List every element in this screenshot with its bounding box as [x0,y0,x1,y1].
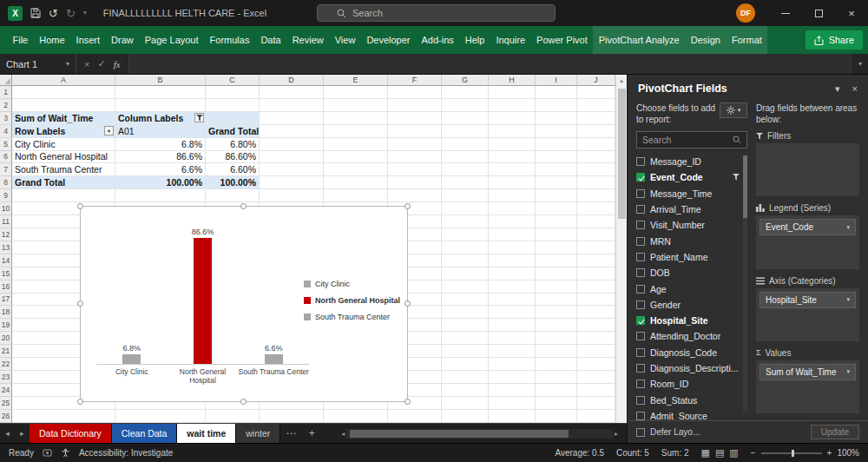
field-checkbox[interactable] [636,380,645,388]
cell-e5[interactable] [324,138,388,151]
cell-g21[interactable] [442,345,489,358]
cell-d5[interactable] [260,138,324,151]
values-drop-area[interactable]: Sum of Wait_Time▾ [756,360,859,413]
sheet-tab-data-dictionary[interactable]: Data Dictionary [30,424,112,443]
cell-c9[interactable] [206,189,260,202]
grid-horizontal-scrollbar[interactable]: ◂ ▸ [341,427,618,439]
redo-icon[interactable]: ↻ [66,8,76,19]
chart-handle-top-right[interactable] [404,203,411,209]
field-checkbox[interactable] [636,221,645,229]
cell-b1[interactable] [115,86,206,99]
row-header-18[interactable]: 18 [0,306,12,319]
row-header-2[interactable]: 2 [0,99,12,112]
field-checkbox[interactable] [636,173,645,182]
ribbon-tab-draw[interactable]: Draw [106,26,140,54]
cell-a5[interactable]: City Clinic [12,138,115,151]
cell-g9[interactable] [442,189,489,202]
ribbon-tab-page-layout[interactable]: Page Layout [139,26,204,54]
cell-d1[interactable] [260,86,324,99]
cell-h22[interactable] [489,358,536,371]
field-hospital-site[interactable]: Hospital_Site [636,313,740,328]
column-header-j[interactable]: J [577,75,615,86]
zoom-level[interactable]: 100% [837,448,859,458]
cell-f5[interactable] [388,138,442,151]
cell-g1[interactable] [442,86,489,99]
row-header-10[interactable]: 10 [0,202,12,215]
field-dob[interactable]: DOB [636,265,740,280]
row-header-3[interactable]: 3 [0,112,12,125]
cell-f9[interactable] [388,189,442,202]
cell-f26[interactable] [388,410,442,423]
cell-j24[interactable] [577,384,615,397]
cell-g16[interactable] [442,280,489,294]
cell-h26[interactable] [489,410,536,423]
cell-h14[interactable] [489,254,536,267]
cell-g5[interactable] [442,138,489,151]
legend-item-south-trauma-center[interactable]: South Trauma Center [304,313,400,321]
cell-h9[interactable] [489,189,536,202]
cell-c26[interactable] [206,410,260,423]
sheet-nav-left-icon[interactable]: ◂ [0,424,15,443]
cell-d7[interactable] [260,163,324,176]
cell-i16[interactable] [536,280,577,294]
cell-e2[interactable] [324,99,388,112]
ribbon-tab-data[interactable]: Data [255,26,286,54]
cell-a7[interactable]: South Trauma Center [12,163,115,176]
cell-h19[interactable] [489,319,536,332]
cell-d3[interactable] [260,112,324,125]
cell-c2[interactable] [206,99,260,112]
quick-access-chevron-icon[interactable]: ▾ [83,10,87,16]
cell-j6[interactable] [577,151,615,164]
cell-j5[interactable] [577,138,615,151]
chart-handle-bottom-left[interactable] [77,399,83,405]
cell-b6[interactable]: 86.6% [115,151,206,164]
field-checkbox[interactable] [636,205,645,214]
scroll-right-icon[interactable]: ▸ [615,430,618,438]
avatar[interactable]: DF [736,3,755,23]
cell-i13[interactable] [536,241,577,254]
cell-g20[interactable] [442,332,489,345]
chart-handle-left[interactable] [77,300,83,307]
field-checkbox[interactable] [636,300,645,309]
cell-b4[interactable]: A01 [115,125,206,138]
row-header-12[interactable]: 12 [0,228,12,241]
field-attending-doctor[interactable]: Attending_Doctor [636,328,740,344]
cell-f3[interactable] [388,112,442,125]
cell-i3[interactable] [536,112,577,125]
row-header-20[interactable]: 20 [0,332,12,345]
axis-categories-drop-area[interactable]: Hospital_Site▾ [756,288,859,341]
cell-a2[interactable] [12,99,115,112]
cell-c1[interactable] [206,86,260,99]
cell-j25[interactable] [577,397,615,410]
cell-c5[interactable]: 6.80% [206,138,260,151]
chart-handle-top-left[interactable] [77,203,83,209]
area-item-dropdown-icon[interactable]: ▾ [846,368,850,375]
cell-g8[interactable] [442,176,489,189]
cell-h5[interactable] [489,138,536,151]
chart-handle-bottom-right[interactable] [404,399,411,405]
row-header-8[interactable]: 8 [0,176,12,189]
cell-g4[interactable] [442,125,489,138]
field-checkbox[interactable] [636,332,645,340]
cell-h3[interactable] [489,112,536,125]
column-header-a[interactable]: A [12,75,115,86]
scroll-up-icon[interactable]: ▴ [616,75,627,86]
column-header-f[interactable]: F [388,75,442,86]
column-header-c[interactable]: C [206,75,260,86]
field-diagnosis-descripti[interactable]: Diagnosis_Descripti... [636,360,740,376]
field-checkbox[interactable] [636,364,645,373]
cell-j20[interactable] [577,332,615,345]
cell-g19[interactable] [442,319,489,332]
insert-function-button[interactable]: fx [114,59,121,69]
column-header-e[interactable]: E [324,75,388,86]
cell-g15[interactable] [442,267,489,280]
column-header-i[interactable]: I [536,75,577,86]
cell-b8[interactable]: 100.00% [115,176,206,189]
field-mrn[interactable]: MRN [636,233,740,248]
cell-i24[interactable] [536,384,577,397]
cell-j26[interactable] [577,410,615,423]
row-header-23[interactable]: 23 [0,371,12,384]
cell-j18[interactable] [577,306,615,319]
cell-a6[interactable]: North General Hospital [12,151,115,164]
ribbon-tab-home[interactable]: Home [34,26,70,54]
